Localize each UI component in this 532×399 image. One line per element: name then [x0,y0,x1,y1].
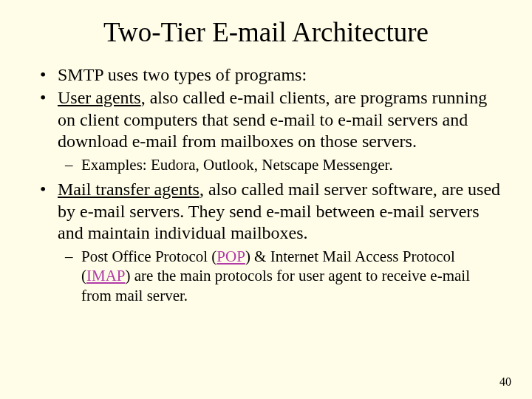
sub-list: Examples: Eudora, Outlook, Netscape Mess… [58,155,502,174]
sub-bullet-text: ) are the main protocols for user agent … [81,267,470,304]
term-mail-transfer-agents: Mail transfer agents [58,180,200,199]
link-imap[interactable]: IMAP [86,267,126,284]
list-item: Mail transfer agents, also called mail s… [58,179,502,305]
list-item: SMTP uses two types of programs: [58,64,502,86]
list-item: Examples: Eudora, Outlook, Netscape Mess… [81,155,502,174]
slide-title: Two-Tier E-mail Architecture [30,16,502,48]
link-pop[interactable]: POP [216,248,245,265]
sub-bullet-text: Post Office Protocol ( [81,248,216,265]
bullet-list: SMTP uses two types of programs: User ag… [30,64,502,305]
list-item: User agents, also called e-mail clients,… [58,87,502,174]
sub-list: Post Office Protocol (POP) & Internet Ma… [58,247,502,305]
page-number: 40 [499,375,511,389]
list-item: Post Office Protocol (POP) & Internet Ma… [81,247,502,305]
bullet-text: SMTP uses two types of programs: [58,65,307,84]
term-user-agents: User agents [58,88,141,107]
sub-bullet-text: Examples: Eudora, Outlook, Netscape Mess… [81,156,393,174]
